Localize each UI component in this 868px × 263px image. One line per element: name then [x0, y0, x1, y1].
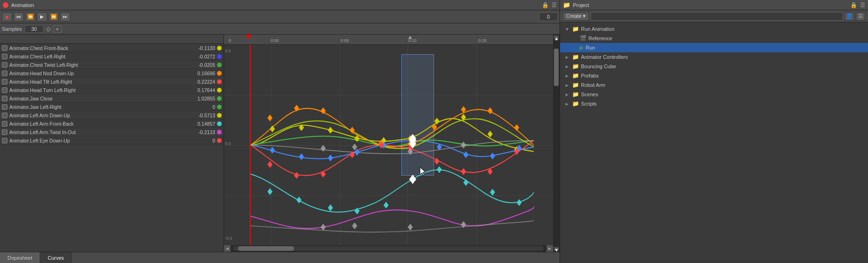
tree-item[interactable]: ▼ 📁 Run Animation: [560, 24, 868, 34]
prop-icon: [2, 104, 7, 110]
options-button[interactable]: ☰: [856, 12, 865, 21]
tree-item[interactable]: ► 📁 Scenes: [560, 90, 868, 99]
prop-value: -0.1130: [187, 45, 215, 51]
prop-row[interactable]: Animator.Chest Left-Right -0.0272: [0, 52, 224, 61]
project-panel: 📁 Project 🔒 ☰ Create ▾ 👤 ☰ ▼ 📁 Run Anima…: [560, 0, 868, 263]
prop-color-dot: [217, 79, 222, 84]
svg-marker-11: [299, 153, 304, 160]
record-button[interactable]: ●: [2, 12, 12, 21]
prop-color-dot: [217, 105, 222, 109]
project-titlebar: 📁 Project 🔒 ☰: [560, 0, 868, 10]
tree-label: Bouncing Cube: [581, 64, 616, 69]
curve-canvas[interactable]: 0.5 0.0 -0.5: [224, 45, 553, 245]
prop-icon: [2, 113, 7, 118]
tree-item[interactable]: ► 📁 Scripts: [560, 99, 868, 108]
tree-item[interactable]: ► 📁 Animator Controllers: [560, 52, 868, 62]
project-tree[interactable]: ▼ 📁 Run Animation 🎬 Reference ▶ Run ► 📁 …: [560, 22, 868, 263]
playhead-marker: [246, 35, 252, 39]
folder-icon: 📁: [572, 54, 579, 60]
samples-label: Samples: [2, 26, 22, 32]
prop-value: 0: [187, 138, 215, 143]
svg-marker-53: [409, 175, 416, 184]
svg-marker-37: [461, 168, 466, 175]
svg-marker-8: [488, 131, 492, 137]
prop-scroll[interactable]: Animator.Chest Front-Back -0.1130 Animat…: [0, 44, 224, 252]
svg-marker-57: [461, 142, 466, 149]
menu-icon[interactable]: ☰: [552, 2, 557, 8]
prop-row[interactable]: Animator.Head Turn Left-Right 0.17644: [0, 86, 224, 94]
prop-name: Animator.Left Arm Front-Back: [9, 121, 185, 127]
prop-color-dot: [217, 121, 222, 126]
search-input[interactable]: [591, 12, 843, 21]
prop-row[interactable]: Animator.Head Nod Down-Up 0.16696: [0, 69, 224, 78]
vscroll-down[interactable]: ▼: [554, 247, 559, 251]
svg-marker-49: [517, 199, 521, 206]
project-folder-icon: 📁: [563, 1, 570, 8]
tree-item[interactable]: ► 📁 Prefabs: [560, 71, 868, 80]
prop-name: Animator.Left Arm Twist In-Out: [9, 129, 185, 135]
samples-row: Samples 30 ◇ +: [0, 23, 560, 35]
tree-arrow[interactable]: ►: [564, 82, 570, 88]
tree-item[interactable]: ► 📁 Robot Arm: [560, 80, 868, 90]
folder-icon: 📁: [572, 63, 579, 70]
prop-row[interactable]: Animator.Head Tilt Left-Right 0.22224: [0, 78, 224, 86]
tree-arrow[interactable]: ►: [564, 72, 570, 79]
v-scrollbar[interactable]: ▲ ▼: [553, 35, 560, 252]
prop-value: 0.22224: [187, 79, 215, 85]
create-button[interactable]: Create ▾: [563, 12, 589, 21]
prop-icon: [2, 54, 7, 59]
prop-row[interactable]: Animator.Left Arm Twist In-Out -0.2133: [0, 128, 224, 136]
tree-item[interactable]: 🎬 Reference: [560, 34, 868, 43]
project-menu-icon[interactable]: ☰: [860, 2, 865, 8]
prop-color-dot: [217, 138, 222, 143]
prop-row[interactable]: Animator.Chest Front-Back -0.1130: [0, 44, 224, 52]
prop-icon: [2, 62, 7, 68]
prop-row[interactable]: Animator.Left Arm Front-Back 0.14857: [0, 120, 224, 128]
svg-marker-10: [270, 147, 274, 154]
next-frame-button[interactable]: ⏩: [49, 12, 59, 21]
curves-svg: [224, 45, 553, 245]
goto-start-button[interactable]: ⏮: [14, 12, 24, 21]
svg-marker-44: [384, 202, 388, 208]
prop-row[interactable]: Animator.Left Arm Down-Up -0.5713: [0, 111, 224, 120]
keyframe-icon[interactable]: ◇: [46, 26, 50, 32]
tree-arrow[interactable]: [571, 44, 578, 51]
prop-row[interactable]: Animator.Jaw Close 1.02855: [0, 94, 224, 103]
prop-row[interactable]: Animator.Jaw Left-Right 0: [0, 103, 224, 111]
tree-arrow[interactable]: [571, 35, 578, 42]
folder-icon: 📁: [572, 91, 579, 98]
tree-arrow[interactable]: ►: [564, 63, 570, 70]
scroll-right-button[interactable]: ►: [546, 245, 553, 252]
prop-row[interactable]: Animator.Chest Twist Left-Right -0.0205: [0, 61, 224, 69]
tab-curves[interactable]: Curves: [40, 252, 72, 263]
filter-button[interactable]: 👤: [845, 12, 854, 21]
tab-dopesheet[interactable]: Dopesheet: [0, 252, 40, 263]
samples-input[interactable]: 30: [25, 25, 43, 33]
prop-color-dot: [217, 46, 222, 50]
animation-panel: Animation 🔒 ☰ ● ⏮ ⏪ ▶ ⏩ ⏭ 0 Samples 30 ◇…: [0, 0, 560, 263]
goto-end-button[interactable]: ⏭: [60, 12, 70, 21]
tree-item[interactable]: ▶ Run: [560, 43, 868, 52]
prev-frame-button[interactable]: ⏪: [25, 12, 35, 21]
tree-arrow[interactable]: ►: [564, 54, 570, 60]
prop-icon: [2, 129, 7, 135]
tree-arrow[interactable]: ►: [564, 91, 570, 98]
tree-arrow[interactable]: ▼: [564, 26, 570, 32]
h-scrollbar-track[interactable]: [233, 246, 544, 251]
tree-item[interactable]: ► 📁 Bouncing Cube: [560, 62, 868, 71]
frame-input[interactable]: 0: [539, 13, 558, 21]
play-button[interactable]: ▶: [37, 12, 47, 21]
prop-color-dot: [217, 71, 222, 76]
add-key-button[interactable]: +: [53, 25, 62, 33]
property-list: Animator.Chest Front-Back -0.1130 Animat…: [0, 35, 224, 252]
vscroll-up[interactable]: ▲: [554, 36, 559, 39]
ruler-label-0: 0: [229, 38, 231, 43]
prop-row[interactable]: Animator.Left Eye Down-Up 0: [0, 136, 224, 145]
project-lock-icon: 🔒: [850, 2, 857, 8]
tree-label: Run: [586, 45, 595, 50]
vscroll-thumb[interactable]: [554, 49, 559, 86]
tree-arrow[interactable]: ►: [564, 100, 570, 107]
h-scrollbar-thumb[interactable]: [238, 246, 294, 251]
tree-label: Scenes: [581, 92, 598, 97]
scroll-left-button[interactable]: ◄: [224, 245, 231, 252]
